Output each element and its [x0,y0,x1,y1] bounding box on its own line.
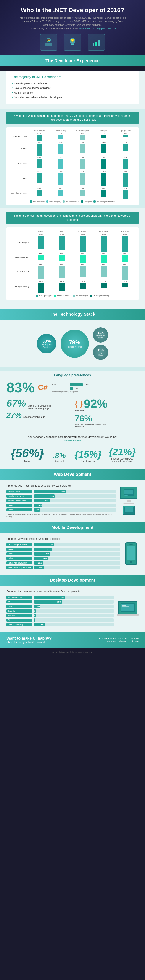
mobile-bar-native-fill: 21% [34,547,52,551]
st-legend-otj: On-the-job training [90,295,109,297]
laptop-screen [118,601,137,614]
hero-section: Who Is the .NET Developer of 2016? This … [0,0,145,55]
bubble-desktop-label: develop forDesktop [41,344,53,348]
js-something-pct: {15%} [74,449,101,460]
desktop-bar-console-name: Console [6,609,33,612]
majority-list: Have 6+ years of experience Have a colle… [12,81,133,100]
vb-bar-row: VB.NET 12% [51,383,139,386]
phone-body [125,542,137,565]
mobile-bar-native-track: 21% [34,547,120,551]
web-bar-other-fill: 7% [34,508,40,512]
desktop-bar-console-track: 2% [34,609,113,613]
mobile-bar-hybrid2-pct: 16% [43,557,47,560]
exp-bar-lt1-mid: 9% [72,132,93,141]
tech-bubbles: 30% develop forDesktop 79% develop for W… [6,328,139,360]
mobile-bar-hybrid2-fill: 16% [34,557,48,560]
f-bar-row: F# 3% [51,387,139,390]
footer-cta-right-line2[interactable]: Learn more at www.telerik.com [99,640,139,643]
laptop-screen-svg [120,603,135,613]
web-dev-title: Web Development [4,472,141,477]
js-angular: {56%} Angular [11,446,44,462]
exp-label-lt1: Less than 1 year [9,135,27,138]
web-dev-section: Preferred .NET technology to develop new… [0,480,145,522]
web-bar-webforms-fill: 19% [34,499,50,503]
bubble-web-group: 79% develop for Web [61,329,89,358]
exp-row-6-10: 6-10 years 22% 23% 25% 25% [9,157,136,169]
js-label2: Would not develop web apps without JavaS… [75,423,107,428]
svg-rect-18 [122,606,129,607]
mobile-bar-no-track: 11% [35,566,120,569]
sb-label-otj: On-the-job training [10,285,29,288]
exp-label-11-20: 11-20 years [9,177,27,180]
desktop-dev-content: Preferred technology to develop new Wind… [6,590,139,627]
footer-cta-left: Want to make UI happy? Share this infogr… [6,636,52,644]
web-bar-aspnet-name: ASP.NET MVC [6,490,33,493]
secondary-lang-col: 67% Would use C# as their secondary lang… [6,398,70,420]
web-bar-aspnet-pct: 39% [61,490,65,493]
desktop-bar-electron-pct: 2% [34,614,35,617]
bubble-web-pct: 79% [69,339,80,346]
js-something-label: Something else [80,460,95,462]
web-bar-webforms-pct: 19% [45,500,49,502]
js-framework-title: Your chosen JavaScript core framework fo… [6,435,139,439]
bubble-mobile-pct: 11% [98,331,104,334]
desktop-bar-winforms-track: 39% [34,596,113,599]
mobile-bar-cross-pct: 23% [49,544,53,546]
monitor-svg [123,489,134,496]
csharp-pct-display: 83% [6,380,35,395]
bubble-cloud-label: develop forCloud [95,352,106,356]
st-col-gt20: > 20 years [115,231,135,232]
js-lang-col: { } 92% JavaScript 76% Would not develop… [75,398,139,428]
js-knockout: .8% Knockout [53,451,66,462]
self-taught-section: The share of self-taught developers is h… [0,208,145,304]
phone-home-btn [130,561,132,563]
exp-bars-lt1: 10% 7% 9% 5% [28,132,136,141]
desktop-bar-other: Other 1% [6,618,113,622]
f-pct: 3% [75,387,78,389]
web-bar-other: Other 7% [6,508,116,512]
desktop-bar-winforms: Windows Forms 39% [6,596,113,599]
exp-chart-section: Developers with less than one and more t… [0,108,145,208]
web-dev-subtitle: Preferred .NET technology to develop new… [6,484,116,487]
desktop-bar-uwp-pct: 8% [37,605,39,608]
laptop-illustration [117,590,139,627]
mobile-dev-title: Mobile Development [4,525,141,530]
svg-rect-17 [122,605,126,606]
would-not-label: Secondary language [24,415,45,418]
svg-rect-8 [98,40,99,46]
hero-icons: 👨‍💻 💡 [9,33,136,51]
mobile-bar-nativejs: Native with JavaScript 10% [6,561,120,565]
bubble-web-label: develop for Web [66,346,83,348]
hero-link[interactable]: www.telerik.com/blogs/posts/16/07/19 [79,27,115,30]
bubble-mobile-label: develop forMobile [95,334,106,339]
desktop-bar-uwp-track: 8% [34,605,113,608]
js-something: {15%} Something else [74,449,101,462]
desktop-bar-other-fill: 1% [34,618,35,622]
exp-label-6-10: 6-10 years [9,162,27,164]
exp-bar-lt1-other: 3% [115,132,136,141]
js-angular-label: Angular [24,460,31,462]
sb-bars-college: 34% 36% 41% 41% [30,234,135,252]
mobile-bar-native-name: Native [6,548,33,551]
desktop-bar-other-name: Other [6,619,33,622]
tablet-illustration [123,506,135,515]
desktop-bar-uwp-fill: 8% [34,605,41,608]
col-header-enterprise: Enterprise [93,130,115,131]
js-no-dev-label: I wouldn't develop web apps with JavaScr… [110,458,134,462]
desktop-bar-other-track: 1% [34,618,113,622]
mobile-bar-hybrid: Hybrid 19% [6,552,120,555]
js-knockout-pct: .8% [53,451,66,460]
desktop-bar-electron-name: Electron [6,614,33,617]
col-header-other: Top mgmt / other [115,130,136,131]
web-bar-react-pct: 10% [38,504,41,506]
exp-bars-1-5: 30% 25% 22% 21% [28,142,136,156]
phone-screen [127,546,135,560]
mobile-bar-no: wouldn't develop for mobile 11% [6,566,120,569]
majority-item-1: Have 6+ years of experience [12,81,133,86]
desktop-bar-winforms-pct: 39% [60,596,64,598]
exp-bar-lt1-small: 7% [50,132,71,141]
vb-label: VB.NET [51,383,68,386]
desktop-bar-winforms-name: Windows Forms [6,596,33,599]
exp-label-1-5: 1-5 years [9,148,27,150]
legend-enterprise: Enterprise [81,200,92,203]
